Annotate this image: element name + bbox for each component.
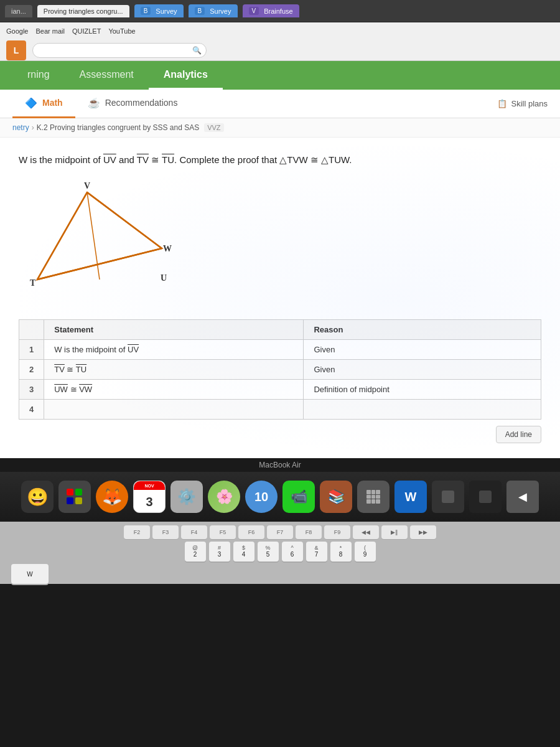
tab-1[interactable]: Proving triangles congru... bbox=[37, 5, 129, 17]
row-4-reason[interactable] bbox=[304, 400, 541, 420]
breadcrumb-subject[interactable]: netry bbox=[12, 123, 29, 132]
key-f4[interactable]: F4 bbox=[181, 525, 207, 539]
recommendations-icon: ☕ bbox=[88, 97, 100, 109]
dock-launchpad[interactable] bbox=[58, 481, 91, 513]
key-f8[interactable]: F8 bbox=[296, 525, 322, 539]
key-paren-9[interactable]: ( 9 bbox=[355, 542, 376, 561]
row-4-num: 4 bbox=[19, 400, 44, 420]
tab-label-3: Survey bbox=[210, 7, 231, 15]
nav-tab-label-0: rning bbox=[27, 69, 50, 80]
subnav-skillplans-label: Skill plans bbox=[511, 99, 548, 108]
row-4-statement[interactable] bbox=[44, 400, 304, 420]
link-google[interactable]: Google bbox=[6, 27, 28, 35]
word-icon: W bbox=[405, 490, 417, 504]
dock-item-dark1[interactable] bbox=[432, 481, 464, 513]
key-f5[interactable]: F5 bbox=[210, 525, 236, 539]
firefox-icon: 🦊 bbox=[102, 487, 122, 507]
key-w[interactable]: W bbox=[11, 564, 49, 584]
macbook-air-text: MacBook Air bbox=[259, 461, 301, 469]
tab-label-0: ian... bbox=[11, 7, 26, 15]
table-row[interactable]: 4 bbox=[19, 400, 541, 420]
function-key-row: F2 F3 F4 F5 F6 F7 F8 F9 ◀◀ ▶‖ ▶▶ bbox=[6, 525, 554, 539]
key-4: 4 bbox=[242, 551, 246, 558]
breadcrumb-skill: K.2 Proving triangles congruent by SSS a… bbox=[37, 123, 200, 132]
breadcrumb-separator: › bbox=[32, 123, 34, 132]
key-5: 5 bbox=[266, 551, 270, 558]
dock-item-dark2[interactable] bbox=[469, 481, 502, 513]
svg-line-2 bbox=[87, 192, 162, 248]
skill-code: VVZ bbox=[204, 123, 223, 132]
svg-line-1 bbox=[37, 192, 87, 280]
key-dollar-4[interactable]: $ 4 bbox=[233, 542, 254, 561]
dock-appstore[interactable]: 10 bbox=[245, 481, 278, 513]
dock-finder[interactable]: 😀 bbox=[21, 481, 54, 513]
dock-firefox[interactable]: 🦊 bbox=[96, 481, 128, 513]
breadcrumb: netry › K.2 Proving triangles congruent … bbox=[0, 118, 560, 138]
subnav-math[interactable]: 🔷 Math bbox=[12, 90, 75, 118]
key-at-2[interactable]: @ 2 bbox=[185, 542, 206, 561]
key-3-num: 3 bbox=[218, 551, 222, 558]
dock-photos[interactable]: 🌸 bbox=[208, 481, 240, 513]
link-youtube[interactable]: YouTube bbox=[108, 27, 135, 35]
sub-nav: 🔷 Math ☕ Recommendations 📋 Skill plans bbox=[0, 90, 560, 118]
nav-tab-analytics[interactable]: Analytics bbox=[149, 61, 223, 90]
systemprefs-icon: ⚙️ bbox=[177, 488, 196, 505]
key-amp-7[interactable]: & 7 bbox=[306, 542, 327, 561]
key-star-8[interactable]: * 8 bbox=[330, 542, 352, 561]
link-bearmail[interactable]: Bear mail bbox=[35, 27, 64, 35]
key-star-symbol: * bbox=[340, 545, 342, 552]
table-row: 2 TV ≅ TU Given bbox=[19, 360, 541, 380]
search-input[interactable] bbox=[32, 43, 207, 58]
key-next[interactable]: ▶▶ bbox=[410, 525, 436, 539]
key-f3[interactable]: F3 bbox=[152, 525, 179, 539]
tab-0[interactable]: ian... bbox=[5, 5, 32, 17]
add-line-container: Add line bbox=[19, 420, 541, 443]
row-3-statement: UW ≅ VW bbox=[44, 380, 304, 400]
key-f9[interactable]: F9 bbox=[324, 525, 350, 539]
add-line-button[interactable]: Add line bbox=[496, 426, 541, 443]
dock-grid[interactable] bbox=[357, 481, 390, 513]
grid-icon bbox=[366, 490, 380, 504]
dock-calendar[interactable]: NOV 3 bbox=[133, 481, 166, 513]
launchpad-icon bbox=[67, 489, 83, 505]
ixl-logo: L bbox=[6, 40, 26, 60]
dock-system-pref[interactable]: ⚙️ bbox=[170, 481, 203, 513]
row-3-reason: Definition of midpoint bbox=[304, 380, 541, 400]
dock-facetime[interactable]: 📹 bbox=[282, 481, 315, 513]
dark-icon-2 bbox=[479, 491, 492, 503]
svg-text:U: U bbox=[161, 273, 167, 283]
dock-books[interactable]: 📚 bbox=[320, 481, 352, 513]
key-prev[interactable]: ◀◀ bbox=[353, 525, 379, 539]
subnav-skill-plans[interactable]: 📋 Skill plans bbox=[497, 99, 548, 108]
link-quizlet[interactable]: QUIZLET bbox=[72, 27, 101, 35]
subnav-recommendations[interactable]: ☕ Recommendations bbox=[75, 90, 190, 118]
svg-text:W: W bbox=[163, 244, 172, 253]
key-play[interactable]: ▶‖ bbox=[381, 525, 408, 539]
segment-tv: TV bbox=[137, 154, 149, 165]
dock-word[interactable]: W bbox=[394, 481, 427, 513]
tab-label-2: Survey bbox=[156, 7, 177, 15]
math-icon: 🔷 bbox=[25, 97, 37, 109]
tab-b-survey[interactable]: B Survey bbox=[134, 4, 184, 17]
key-hash-3[interactable]: # 3 bbox=[209, 542, 230, 561]
key-f2[interactable]: F2 bbox=[124, 525, 150, 539]
macbook-label: MacBook Air bbox=[0, 458, 560, 472]
dock-back[interactable]: ◀ bbox=[506, 481, 539, 513]
books-icon: 📚 bbox=[328, 489, 345, 505]
nav-tab-label-1: Assessment bbox=[80, 69, 134, 80]
proof-table: Statement Reason 1 W is the midpoint of … bbox=[19, 319, 541, 420]
key-dollar-symbol: $ bbox=[242, 545, 245, 552]
tab-b-survey2[interactable]: B Survey bbox=[189, 4, 238, 17]
key-caret-6[interactable]: ^ 6 bbox=[282, 542, 303, 561]
dock: 😀 🦊 NOV 3 ⚙️ 🌸 10 📹 📚 bbox=[0, 472, 560, 522]
tab-brainfuse[interactable]: V Brainfuse bbox=[243, 4, 299, 17]
row-2-statement: TV ≅ TU bbox=[44, 360, 304, 380]
key-percent-5[interactable]: % 5 bbox=[258, 542, 279, 561]
key-f7[interactable]: F7 bbox=[267, 525, 293, 539]
facetime-icon: 📹 bbox=[291, 489, 307, 505]
table-row: 1 W is the midpoint of UV Given bbox=[19, 340, 541, 360]
nav-tab-learning[interactable]: rning bbox=[12, 61, 65, 90]
key-f6[interactable]: F6 bbox=[238, 525, 264, 539]
nav-tab-assessment[interactable]: Assessment bbox=[65, 61, 149, 90]
key-2: 2 bbox=[194, 551, 197, 558]
